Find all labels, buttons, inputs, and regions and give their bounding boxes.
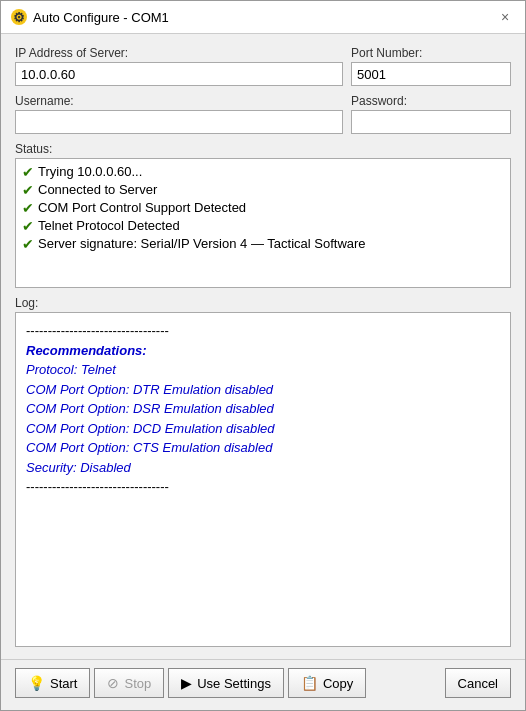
username-input[interactable] [15, 110, 343, 134]
content-area: IP Address of Server: Port Number: Usern… [1, 34, 525, 659]
window-icon: ⚙ [11, 9, 27, 25]
status-item: ✔ Server signature: Serial/IP Version 4 … [22, 235, 504, 253]
log-line: --------------------------------- [26, 477, 500, 497]
status-item: ✔ COM Port Control Support Detected [22, 199, 504, 217]
stop-label: Stop [124, 676, 151, 691]
ip-label: IP Address of Server: [15, 46, 343, 60]
status-item: ✔ Telnet Protocol Detected [22, 217, 504, 235]
log-section: Log: ---------------------------------Re… [15, 296, 511, 647]
log-line: COM Port Option: DSR Emulation disabled [26, 399, 500, 419]
status-item-text: COM Port Control Support Detected [38, 200, 246, 215]
check-icon: ✔ [22, 200, 34, 216]
log-line: COM Port Option: DTR Emulation disabled [26, 380, 500, 400]
status-item-text: Connected to Server [38, 182, 157, 197]
status-item-text: Telnet Protocol Detected [38, 218, 180, 233]
status-item: ✔ Trying 10.0.0.60... [22, 163, 504, 181]
log-line: Recommendations: [26, 341, 500, 361]
start-button[interactable]: 💡 Start [15, 668, 90, 698]
use-settings-icon: ▶ [181, 675, 192, 691]
title-bar: ⚙ Auto Configure - COM1 × [1, 1, 525, 34]
cancel-label: Cancel [458, 676, 498, 691]
ip-group: IP Address of Server: [15, 46, 343, 86]
cancel-button[interactable]: Cancel [445, 668, 511, 698]
start-icon: 💡 [28, 675, 45, 691]
port-input[interactable] [351, 62, 511, 86]
log-label: Log: [15, 296, 511, 310]
log-line: Protocol: Telnet [26, 360, 500, 380]
check-icon: ✔ [22, 218, 34, 234]
check-icon: ✔ [22, 182, 34, 198]
credentials-row: Username: Password: [15, 94, 511, 134]
log-line: Security: Disabled [26, 458, 500, 478]
ip-input[interactable] [15, 62, 343, 86]
log-line: --------------------------------- [26, 321, 500, 341]
log-line: COM Port Option: CTS Emulation disabled [26, 438, 500, 458]
password-input[interactable] [351, 110, 511, 134]
copy-icon: 📋 [301, 675, 318, 691]
port-label: Port Number: [351, 46, 511, 60]
password-group: Password: [351, 94, 511, 134]
log-line: COM Port Option: DCD Emulation disabled [26, 419, 500, 439]
button-bar: 💡 Start ⊘ Stop ▶ Use Settings 📋 Copy Can… [1, 659, 525, 710]
use-settings-label: Use Settings [197, 676, 271, 691]
port-group: Port Number: [351, 46, 511, 86]
status-item: ✔ Connected to Server [22, 181, 504, 199]
title-bar-left: ⚙ Auto Configure - COM1 [11, 9, 169, 25]
stop-button[interactable]: ⊘ Stop [94, 668, 164, 698]
check-icon: ✔ [22, 236, 34, 252]
status-box: ✔ Trying 10.0.0.60... ✔ Connected to Ser… [15, 158, 511, 288]
copy-button[interactable]: 📋 Copy [288, 668, 366, 698]
status-label: Status: [15, 142, 511, 156]
copy-label: Copy [323, 676, 353, 691]
ip-port-row: IP Address of Server: Port Number: [15, 46, 511, 86]
window-title: Auto Configure - COM1 [33, 10, 169, 25]
status-item-text: Trying 10.0.0.60... [38, 164, 142, 179]
close-button[interactable]: × [495, 7, 515, 27]
status-section: Status: ✔ Trying 10.0.0.60... ✔ Connecte… [15, 142, 511, 288]
status-item-text: Server signature: Serial/IP Version 4 — … [38, 236, 366, 251]
username-group: Username: [15, 94, 343, 134]
stop-icon: ⊘ [107, 675, 119, 691]
check-icon: ✔ [22, 164, 34, 180]
username-label: Username: [15, 94, 343, 108]
use-settings-button[interactable]: ▶ Use Settings [168, 668, 284, 698]
log-box: ---------------------------------Recomme… [15, 312, 511, 647]
password-label: Password: [351, 94, 511, 108]
main-window: ⚙ Auto Configure - COM1 × IP Address of … [0, 0, 526, 711]
start-label: Start [50, 676, 77, 691]
